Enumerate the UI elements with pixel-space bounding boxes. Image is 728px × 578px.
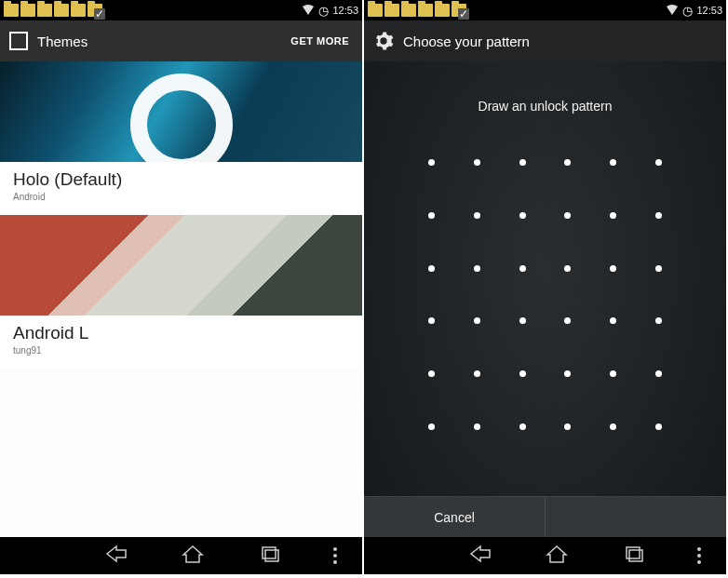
notification-folder-icon: [37, 4, 52, 17]
wifi-icon: [666, 5, 679, 16]
button-bar: Cancel: [364, 496, 726, 537]
app-title: Themes: [37, 34, 281, 49]
pattern-dot[interactable]: [519, 159, 526, 166]
status-notifications: [4, 4, 102, 17]
pattern-dot[interactable]: [655, 317, 662, 324]
confirm-button[interactable]: [545, 497, 726, 537]
pattern-dot[interactable]: [564, 212, 571, 219]
pattern-dot[interactable]: [610, 317, 616, 324]
nav-home-button[interactable]: [180, 544, 206, 568]
notification-folder-icon: [435, 4, 450, 17]
notification-folder-icon: [418, 4, 433, 17]
theme-author: Android: [13, 192, 349, 202]
pattern-dot[interactable]: [610, 159, 616, 166]
settings-gear-icon[interactable]: [373, 31, 394, 51]
holo-ring-graphic: [130, 74, 233, 162]
pattern-dot[interactable]: [474, 370, 480, 377]
pattern-dot[interactable]: [474, 423, 480, 430]
pattern-dot[interactable]: [610, 265, 616, 272]
pattern-dot[interactable]: [519, 317, 526, 324]
pattern-prompt: Draw an unlock pattern: [364, 61, 726, 136]
theme-author: tung91: [13, 345, 349, 356]
clock-icon: ◷: [682, 4, 693, 18]
pattern-dot[interactable]: [564, 265, 571, 272]
theme-item-holo[interactable]: Holo (Default) Android: [0, 61, 362, 215]
status-system: ◷ 12:53: [302, 4, 358, 18]
get-more-button[interactable]: GET MORE: [290, 35, 349, 47]
theme-meta: Holo (Default) Android: [0, 162, 362, 215]
pattern-dot[interactable]: [564, 370, 571, 377]
themes-app-icon[interactable]: [9, 32, 28, 50]
pattern-dot[interactable]: [610, 370, 616, 377]
app-bar: Choose your pattern: [364, 20, 726, 61]
pattern-dot[interactable]: [519, 265, 526, 272]
wifi-icon: [302, 5, 315, 16]
pattern-dot[interactable]: [610, 423, 616, 430]
notification-folder-icon: [71, 4, 86, 17]
nav-menu-button[interactable]: [333, 547, 337, 564]
pattern-dot[interactable]: [428, 370, 435, 377]
pattern-dot[interactable]: [564, 159, 571, 166]
nav-recent-button[interactable]: [621, 544, 647, 568]
app-title: Choose your pattern: [403, 34, 717, 49]
notification-folder-icon: [384, 4, 399, 17]
notification-download-icon: [88, 4, 102, 17]
nav-back-button[interactable]: [467, 544, 493, 568]
pattern-dot[interactable]: [610, 212, 616, 219]
status-bar: ◷ 12:53: [364, 0, 726, 20]
pattern-dot[interactable]: [564, 423, 571, 430]
nav-bar: [0, 537, 362, 574]
pattern-dot[interactable]: [474, 212, 480, 219]
pattern-dot[interactable]: [428, 423, 435, 430]
notification-folder-icon: [54, 4, 69, 17]
nav-bar: [364, 537, 726, 574]
pattern-dot[interactable]: [474, 317, 480, 324]
themes-list[interactable]: Holo (Default) Android Android L tung91: [0, 61, 362, 574]
nav-home-button[interactable]: [544, 544, 570, 568]
pattern-dot[interactable]: [474, 159, 480, 166]
svg-rect-2: [627, 547, 640, 558]
pattern-dot[interactable]: [655, 370, 662, 377]
status-time: 12:53: [696, 5, 722, 16]
pattern-dot[interactable]: [428, 159, 435, 166]
theme-preview-image: [0, 215, 362, 316]
svg-rect-1: [265, 550, 278, 561]
screen-themes: ◷ 12:53 Themes GET MORE Holo (Default) A…: [0, 0, 362, 574]
theme-meta: Android L tung91: [0, 316, 362, 369]
pattern-dot[interactable]: [519, 370, 526, 377]
status-bar: ◷ 12:53: [0, 0, 362, 20]
pattern-dot[interactable]: [428, 317, 435, 324]
svg-rect-3: [629, 550, 642, 561]
svg-rect-0: [263, 547, 276, 558]
screen-pattern-lock: ◷ 12:53 Choose your pattern Draw an unlo…: [364, 0, 726, 574]
theme-item-android-l[interactable]: Android L tung91: [0, 215, 362, 369]
notification-folder-icon: [4, 4, 19, 17]
app-bar: Themes GET MORE: [0, 20, 362, 61]
pattern-dot[interactable]: [655, 159, 662, 166]
theme-preview-image: [0, 61, 362, 162]
status-time: 12:53: [332, 5, 358, 16]
notification-folder-icon: [368, 4, 383, 17]
pattern-dot[interactable]: [519, 212, 526, 219]
pattern-dot[interactable]: [428, 265, 435, 272]
clock-icon: ◷: [318, 4, 329, 18]
nav-menu-button[interactable]: [697, 547, 701, 564]
pattern-dot[interactable]: [519, 423, 526, 430]
notification-folder-icon: [401, 4, 416, 17]
notification-download-icon: [452, 4, 466, 17]
pattern-dot[interactable]: [655, 423, 662, 430]
cancel-button[interactable]: Cancel: [364, 497, 545, 537]
pattern-dot[interactable]: [428, 212, 435, 219]
pattern-dot[interactable]: [655, 212, 662, 219]
status-notifications: [368, 4, 466, 17]
pattern-dot[interactable]: [655, 265, 662, 272]
pattern-dot[interactable]: [474, 265, 480, 272]
nav-recent-button[interactable]: [257, 544, 283, 568]
theme-name: Android L: [13, 323, 349, 343]
nav-back-button[interactable]: [103, 544, 129, 568]
notification-folder-icon: [20, 4, 35, 17]
pattern-dot[interactable]: [564, 317, 571, 324]
theme-name: Holo (Default): [13, 169, 349, 190]
status-system: ◷ 12:53: [666, 4, 722, 18]
